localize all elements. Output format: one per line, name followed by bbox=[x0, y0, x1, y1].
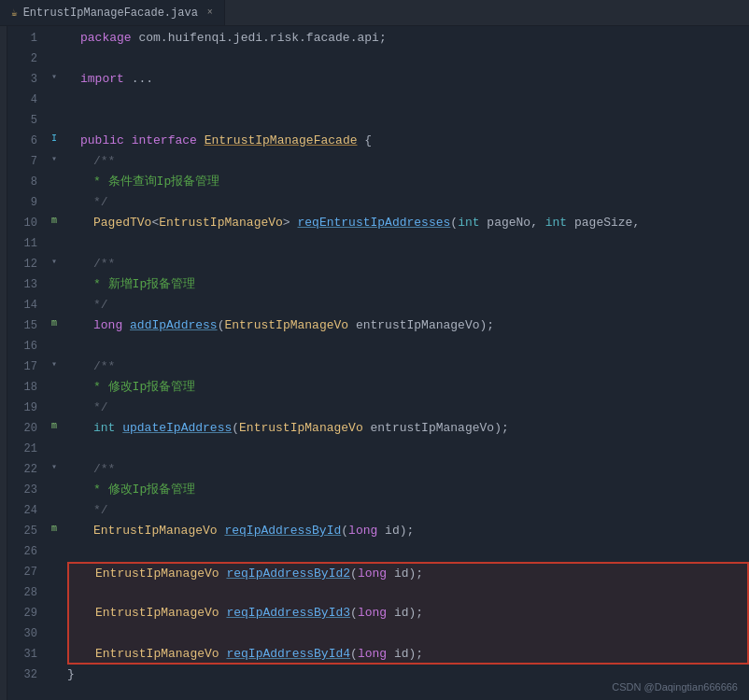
code-line: /** bbox=[67, 459, 749, 480]
method-icon: m bbox=[51, 314, 57, 334]
code-line bbox=[67, 582, 749, 603]
code-line bbox=[67, 623, 749, 644]
watermark: CSDN @Daqingtian666666 bbox=[612, 681, 738, 693]
method-icon: m bbox=[51, 519, 57, 539]
code-line: */ bbox=[67, 295, 749, 315]
code-line: /** bbox=[67, 151, 749, 172]
tab-icon: ☕ bbox=[11, 7, 18, 19]
code-line: * 新增Ip报备管理 bbox=[67, 274, 749, 295]
code-line: /** bbox=[67, 254, 749, 274]
fold-icon[interactable]: ▾ bbox=[51, 457, 57, 478]
code-line bbox=[67, 541, 749, 562]
code-line: * 修改Ip报备管理 bbox=[67, 377, 749, 398]
left-bar bbox=[0, 26, 7, 700]
code-line: public interface EntrustIpManageFacade { bbox=[67, 131, 749, 151]
code-line: import ... bbox=[67, 69, 749, 90]
fold-icon[interactable]: ▾ bbox=[51, 149, 57, 170]
gutter-col: ▾I▾m▾m▾m▾m bbox=[45, 26, 64, 700]
editor-container: 1234567891011121314151617181920212223242… bbox=[0, 26, 749, 700]
code-line: package com.huifenqi.jedi.risk.facade.ap… bbox=[67, 28, 749, 49]
line-numbers-col: 1234567891011121314151617181920212223242… bbox=[7, 26, 45, 700]
impl-icon: I bbox=[51, 129, 57, 149]
method-icon: m bbox=[51, 211, 57, 231]
code-line: EntrustIpManageVo reqIpAddressById(long … bbox=[67, 521, 749, 541]
code-line: * 条件查询Ip报备管理 bbox=[67, 172, 749, 192]
tab-filename: EntrustIpManageFacade.java bbox=[23, 7, 198, 20]
code-line: PagedTVo<EntrustIpManageVo> reqEntrustIp… bbox=[67, 213, 749, 233]
code-line: */ bbox=[67, 500, 749, 521]
code-line bbox=[67, 439, 749, 459]
code-line: */ bbox=[67, 398, 749, 418]
code-line bbox=[67, 336, 749, 357]
code-line bbox=[67, 233, 749, 254]
code-line: * 修改Ip报备管理 bbox=[67, 480, 749, 500]
close-icon[interactable]: × bbox=[207, 7, 213, 18]
fold-icon[interactable]: ▾ bbox=[51, 355, 57, 375]
tab-bar: ☕ EntrustIpManageFacade.java × bbox=[0, 0, 749, 26]
code-line: EntrustIpManageVo reqIpAddressById2(long… bbox=[67, 562, 749, 582]
code-area[interactable]: package com.huifenqi.jedi.risk.facade.ap… bbox=[64, 26, 749, 700]
fold-icon[interactable]: ▾ bbox=[51, 252, 57, 273]
code-line: EntrustIpManageVo reqIpAddressById3(long… bbox=[67, 603, 749, 623]
code-line: /** bbox=[67, 357, 749, 377]
code-line: int updateIpAddress(EntrustIpManageVo en… bbox=[67, 418, 749, 439]
code-line: */ bbox=[67, 192, 749, 213]
tab-file[interactable]: ☕ EntrustIpManageFacade.java × bbox=[0, 0, 225, 25]
method-icon: m bbox=[51, 416, 57, 437]
code-line: long addIpAddress(EntrustIpManageVo entr… bbox=[67, 315, 749, 336]
code-line bbox=[67, 110, 749, 131]
code-line bbox=[67, 90, 749, 110]
code-line: EntrustIpManageVo reqIpAddressById4(long… bbox=[67, 644, 749, 665]
code-line bbox=[67, 49, 749, 69]
fold-icon[interactable]: ▾ bbox=[51, 67, 57, 88]
